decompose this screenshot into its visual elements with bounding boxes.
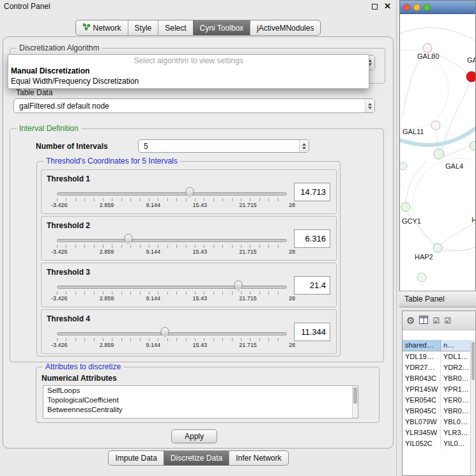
slider-thumb[interactable] (234, 280, 243, 289)
cell[interactable]: YPR145W (403, 384, 441, 395)
cell[interactable]: YLR345W (403, 427, 441, 438)
table-data-combobox[interactable]: galFiltered.sif default node (13, 98, 375, 113)
table-scrollbar[interactable] (470, 341, 475, 475)
dropdown-option-manual-discretization[interactable]: Manual Discretization (8, 66, 369, 76)
table-panel-titlebar: Table Panel (399, 291, 476, 307)
interval-definition-group: Interval Definition Number of Intervals … (10, 128, 384, 362)
cell[interactable]: YIL052C (403, 438, 441, 449)
stepper-icon[interactable] (299, 140, 309, 152)
threshold-2-value-field[interactable]: 6.316 (294, 229, 330, 248)
stepper-icon[interactable] (365, 99, 374, 112)
threshold-4-value-field[interactable]: 11.344 (294, 323, 330, 341)
columns-icon[interactable] (419, 315, 428, 326)
threshold-1-value-field[interactable]: 14.713 (294, 183, 330, 201)
scale-label: -3.426 (51, 202, 68, 208)
tab-label: Style (135, 24, 152, 33)
table-row[interactable]: YPR145WYPR1… (403, 384, 475, 395)
cell[interactable]: YDL19… (403, 351, 441, 362)
slider-ticks (57, 198, 287, 201)
cell[interactable]: YDR27… (403, 362, 441, 373)
cell[interactable]: YER054C (403, 395, 441, 406)
network-window-titlebar[interactable] (400, 1, 475, 14)
scrollbar-thumb[interactable] (472, 342, 475, 380)
tab-cyni-toolbox[interactable]: Cyni Toolbox (193, 20, 250, 35)
tab-label: jActiveMNodules (257, 24, 314, 33)
slider-scale: -3.426 2.859 9.144 15.43 21.715 28 (51, 249, 295, 255)
threshold-2-slider[interactable]: -3.426 2.859 9.144 15.43 21.715 28 (57, 234, 287, 258)
table-row[interactable]: YBL079WYBL0… (403, 417, 475, 427)
threshold-1-slider[interactable]: -3.426 2.859 9.144 15.43 21.715 28 (57, 187, 287, 211)
slider-thumb[interactable] (161, 327, 169, 335)
list-item[interactable]: TopologicalCoefficient (43, 395, 358, 405)
number-of-intervals-combobox[interactable]: 5 (138, 139, 309, 153)
list-item[interactable]: BetweennessCentrality (43, 405, 358, 415)
algorithm-dropdown-popup: Select algorithm to view settings Manual… (8, 54, 369, 89)
scale-label: 28 (289, 342, 295, 348)
tab-jactivemnodules[interactable]: jActiveMNodules (250, 20, 320, 35)
table-row[interactable]: YER054CYER0… (403, 395, 475, 406)
node-gal4[interactable] (434, 149, 444, 159)
tab-impute-data[interactable]: Impute Data (109, 451, 163, 465)
gear-icon[interactable]: ⚙ (406, 316, 415, 325)
tab-label: Cyni Toolbox (200, 24, 243, 33)
table-row[interactable]: YIL052CYIL0… (403, 438, 475, 449)
control-panel-titlebar: Control Panel ✕ (0, 0, 396, 12)
numerical-attributes-list[interactable]: SelfLoops TopologicalCoefficient Between… (43, 385, 358, 418)
scale-label: 15.43 (192, 202, 207, 208)
threshold-3-slider[interactable]: -3.426 2.859 9.144 15.43 21.715 28 (57, 280, 287, 305)
scale-label: 9.144 (146, 342, 161, 348)
node-hap2[interactable] (433, 243, 442, 252)
tab-select[interactable]: Select (158, 20, 192, 35)
tab-network[interactable]: Network (76, 20, 128, 35)
float-window-icon[interactable] (372, 4, 378, 10)
select-column-checkbox-icon[interactable]: ☑ (444, 317, 451, 325)
table-row[interactable]: YBR045CYBR0… (403, 406, 475, 417)
close-icon[interactable]: ✕ (384, 3, 391, 10)
node[interactable] (431, 121, 440, 130)
table-panel-title: Table Panel (404, 295, 445, 303)
scrollbar-thumb[interactable] (353, 387, 357, 404)
tab-discretize-data[interactable]: Discretize Data (164, 451, 229, 465)
close-traffic-light-icon[interactable] (403, 4, 410, 11)
control-panel-window: Control Panel ✕ Network (0, 0, 397, 476)
dropdown-option-equal-width-frequency[interactable]: Equal Width/Frequency Discretization (8, 76, 369, 86)
cell[interactable]: YBR045C (403, 406, 441, 417)
slider-thumb[interactable] (124, 234, 132, 242)
cell[interactable]: YBL079W (403, 417, 441, 427)
network-canvas[interactable]: GAL80 GA GAL11 GAL4 GCY1 H HAP2 (400, 14, 475, 291)
apply-button[interactable]: Apply (171, 429, 217, 443)
node-selected-red[interactable] (466, 72, 475, 82)
top-tabbar: Network Style Select Cyni Toolbox jActiv… (0, 20, 396, 36)
column-header-shared-name[interactable]: shared… (403, 340, 441, 351)
node[interactable] (417, 273, 426, 282)
select-all-checkbox-icon[interactable]: ☑ (433, 317, 440, 325)
table-row[interactable]: YBR043CYBR0… (403, 373, 475, 384)
node-gcy1[interactable] (401, 203, 410, 211)
tab-style[interactable]: Style (128, 20, 158, 35)
slider-track[interactable] (57, 332, 287, 335)
slider-thumb[interactable] (185, 187, 194, 196)
list-scrollbar[interactable] (352, 386, 358, 418)
scale-label: 2.859 (100, 342, 114, 348)
slider-track[interactable] (57, 286, 287, 289)
node[interactable] (400, 162, 407, 170)
threshold-4-slider[interactable]: -3.426 2.859 9.144 15.43 21.715 28 (57, 327, 287, 351)
tab-infer-network[interactable]: Infer Network (229, 451, 288, 465)
list-item[interactable]: SelfLoops (43, 386, 358, 395)
minimize-traffic-light-icon[interactable] (413, 4, 420, 11)
scale-label: 28 (289, 249, 295, 255)
node-label: GAL4 (445, 162, 463, 170)
zoom-traffic-light-icon[interactable] (424, 4, 431, 11)
combobox-value: 5 (139, 142, 299, 151)
node-label: GAL80 (417, 52, 439, 60)
table-row[interactable]: YDR27…YDR2… (403, 362, 475, 373)
table-row[interactable]: YLR345WYLR3… (403, 427, 475, 438)
table-row[interactable]: YDL19…YDL1… (403, 351, 475, 362)
slider-track[interactable] (57, 239, 287, 242)
slider-track[interactable] (57, 192, 287, 196)
titlebar-icons: ✕ (372, 3, 391, 10)
cell[interactable]: YBR043C (403, 373, 441, 384)
node-gal80[interactable] (423, 43, 432, 52)
threshold-3-value-field[interactable]: 21.4 (294, 276, 330, 295)
node[interactable] (470, 141, 475, 150)
